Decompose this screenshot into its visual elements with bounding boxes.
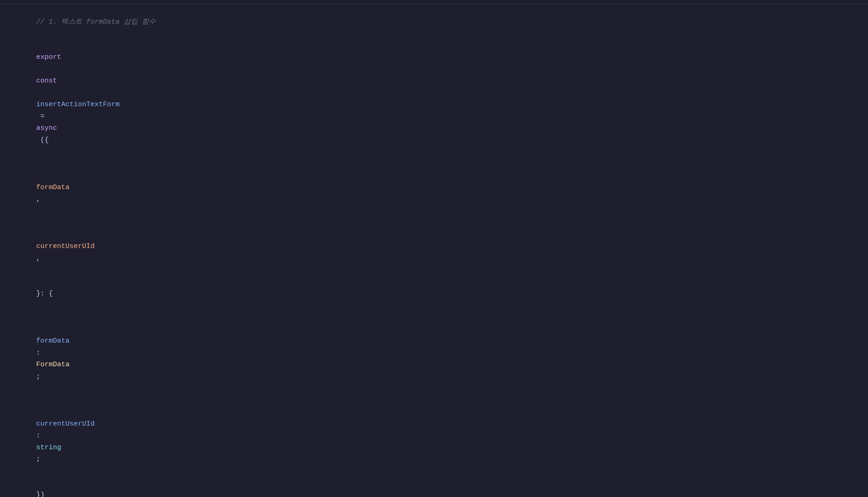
keyword-token: async: [36, 124, 57, 132]
line-gutter-8: [0, 477, 6, 497]
code-line-4: currentUserUId ,: [0, 217, 868, 276]
code-line-6: formData : FormData ;: [0, 312, 868, 395]
code-line-2: export const insertActionTextForm = asyn…: [0, 40, 868, 158]
keyword-token: export: [36, 53, 61, 61]
code-line-3: formData ,: [0, 158, 868, 217]
type-token: FormData: [36, 361, 70, 369]
code-line-5: }: {: [0, 276, 868, 312]
code-line-7: currentUserUId : string ;: [0, 395, 868, 478]
param-token: currentUserUId: [36, 242, 95, 250]
code-line-8: }) => {: [0, 477, 868, 497]
type-token: string: [36, 444, 61, 452]
comment-token: // 1. 텍스트 formData 삽입 함수: [36, 18, 156, 26]
code-line-1: // 1. 텍스트 formData 삽입 함수: [0, 4, 868, 40]
param-token: formData: [36, 184, 70, 191]
keyword-token: const: [36, 77, 57, 85]
property-token: currentUserUId: [36, 420, 95, 428]
property-token: formData: [36, 337, 70, 345]
code-editor[interactable]: // 1. 텍스트 formData 삽입 함수 export const in…: [0, 0, 868, 497]
function-token: insertActionTextForm: [36, 101, 120, 108]
